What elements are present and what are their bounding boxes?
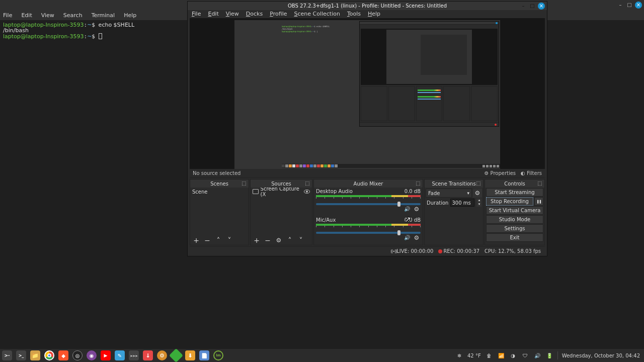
obs-preview-canvas[interactable]: laptop@laptop-Inspiron-3593:~$ echo $SHE… <box>234 20 500 169</box>
scene-add-button[interactable] <box>192 236 200 244</box>
start-streaming-button[interactable]: Start Streaming <box>486 188 543 197</box>
spin-down[interactable]: ▾ <box>476 203 481 207</box>
transitions-popout-button[interactable]: ⬚ <box>476 180 482 187</box>
taskbar-downloader[interactable] <box>184 350 197 361</box>
source-item[interactable]: Screen Capture (X <box>251 188 312 196</box>
transition-select[interactable]: Fade▾ <box>426 189 472 198</box>
audio-popout-button[interactable]: ⬚ <box>416 180 422 187</box>
taskbar-steam[interactable] <box>71 350 84 361</box>
volume-icon[interactable] <box>404 234 411 241</box>
pause-recording-button[interactable] <box>534 197 543 206</box>
chevron-down-icon: ▾ <box>467 191 469 196</box>
taskbar-document[interactable] <box>198 350 211 361</box>
source-remove-button[interactable] <box>264 236 272 244</box>
taskbar-system-settings[interactable] <box>155 350 169 361</box>
taskbar-pencil[interactable] <box>170 350 183 361</box>
taskbar-todoist[interactable] <box>141 350 154 361</box>
audio-track-desktop: Desktop Audio0.0 dB <box>314 188 423 216</box>
audio-meter <box>316 195 421 197</box>
taskbar-files[interactable] <box>29 350 42 361</box>
tray-obs-icon[interactable]: ◑ <box>509 351 517 359</box>
taskbar-brave[interactable] <box>57 350 70 361</box>
slider-knob[interactable] <box>397 202 400 207</box>
outer-close-button[interactable] <box>635 2 642 9</box>
obs-maximize-button[interactable] <box>529 3 536 10</box>
terminal-menu-search[interactable]: Search <box>63 12 83 19</box>
obs-menu-file[interactable]: File <box>192 11 201 17</box>
taskbar-youtube[interactable] <box>99 350 112 361</box>
taskbar-datetime[interactable]: Wednesday, October 30, 04:42 <box>562 353 640 358</box>
obs-menu-scene-collection[interactable]: Scene Collection <box>294 11 340 17</box>
outer-minimize-button[interactable] <box>617 2 624 9</box>
outer-maximize-button[interactable] <box>626 2 633 9</box>
source-movedown-button[interactable] <box>297 236 305 244</box>
tray-shield-icon[interactable]: 🛡 <box>521 351 529 359</box>
obs-menu-docks[interactable]: Docks <box>246 11 263 17</box>
obs-menu-profile[interactable]: Profile <box>270 11 287 17</box>
terminal-menu-help[interactable]: Help <box>124 12 136 19</box>
transitions-panel: Scene Transitions⬚ Fade▾ Duration ▴ ▾ <box>424 179 484 245</box>
scenes-panel: Scenes⬚ Scene <box>190 179 249 245</box>
tray-volume-icon[interactable]: 🔊 <box>533 351 541 359</box>
transition-duration-label: Duration <box>427 200 448 206</box>
settings-button[interactable]: Settings <box>486 224 543 233</box>
exit-button[interactable]: Exit <box>486 233 543 242</box>
controls-popout-button[interactable]: ⬚ <box>537 180 543 187</box>
transition-duration-input[interactable] <box>450 199 474 207</box>
start-virtual-camera-button[interactable]: Start Virtual Camera <box>486 206 543 215</box>
taskbar-text-editor[interactable] <box>113 350 126 361</box>
obs-menu-view[interactable]: View <box>226 11 239 17</box>
obs-status-bar: LIVE: 00:00:00 REC: 00:00:37 CPU: 12.7%,… <box>190 246 545 255</box>
scene-moveup-button[interactable] <box>214 236 222 244</box>
volume-icon[interactable] <box>404 205 411 212</box>
terminal-menu-view[interactable]: View <box>41 12 54 19</box>
sources-popout-button[interactable]: ⬚ <box>305 180 311 187</box>
controls-title: Controls <box>504 181 525 187</box>
taskbar-chrome[interactable] <box>43 350 56 361</box>
obs-menu-help[interactable]: Help <box>368 11 380 17</box>
terminal-menu-terminal[interactable]: Terminal <box>92 12 115 19</box>
obs-menu-tools[interactable]: Tools <box>347 11 361 17</box>
audio-volume-slider[interactable] <box>316 203 421 205</box>
scene-item[interactable]: Scene <box>190 188 249 196</box>
obs-window: OBS 27.2.3+dfsg1-1 (linux) - Profile: Un… <box>187 1 547 256</box>
taskbar-terminal[interactable] <box>15 350 28 361</box>
status-live: LIVE: 00:00:00 <box>390 248 433 254</box>
transition-duration-spinner[interactable]: ▴ ▾ <box>476 199 481 207</box>
scene-remove-button[interactable] <box>203 236 211 244</box>
weather-text[interactable]: 42 °F <box>467 353 481 358</box>
source-properties-button[interactable]: ⚙ Properties <box>484 170 516 176</box>
scene-movedown-button[interactable] <box>225 236 233 244</box>
source-properties-button[interactable] <box>275 236 283 244</box>
taskbar-mint-menu[interactable] <box>212 350 225 361</box>
audio-settings-button[interactable] <box>413 234 421 242</box>
scenes-popout-button[interactable]: ⬚ <box>242 180 248 187</box>
tray-battery-icon[interactable]: 🔋 <box>545 351 553 359</box>
terminal-menu-edit[interactable]: Edit <box>21 12 32 19</box>
obs-menu-edit[interactable]: Edit <box>208 11 218 17</box>
obs-close-button[interactable] <box>538 3 545 10</box>
obs-preview-area[interactable]: laptop@laptop-Inspiron-3593:~$ echo $SHE… <box>190 18 545 169</box>
source-filters-button[interactable]: ◐ Filters <box>521 170 542 176</box>
studio-mode-button[interactable]: Studio Mode <box>486 215 543 224</box>
source-moveup-button[interactable] <box>286 236 294 244</box>
tray-network-icon[interactable]: 📶 <box>497 351 505 359</box>
taskbar-multicommand[interactable] <box>127 350 140 361</box>
transition-settings-button[interactable] <box>473 189 482 198</box>
audio-settings-button[interactable] <box>413 205 421 213</box>
obs-panels: Scenes⬚ Scene Sources⬚ Screen Capture (X <box>190 179 545 245</box>
source-visibility-toggle[interactable] <box>304 190 310 194</box>
controls-panel: Controls⬚ Start Streaming Stop Recording… <box>485 179 545 245</box>
terminal-menu-file[interactable]: File <box>3 12 12 19</box>
system-taskbar: ❄ 42 °F 🗑 📶 ◑ 🛡 🔊 🔋 Wednesday, October 3… <box>0 349 644 362</box>
source-add-button[interactable] <box>253 236 261 244</box>
taskbar-start-menu[interactable] <box>1 350 14 361</box>
audio-volume-slider[interactable] <box>316 232 421 234</box>
slider-knob[interactable] <box>397 230 400 235</box>
weather-icon[interactable]: ❄ <box>455 351 463 359</box>
stop-recording-button[interactable]: Stop Recording <box>486 197 533 206</box>
obs-titlebar[interactable]: OBS 27.2.3+dfsg1-1 (linux) - Profile: Un… <box>188 2 547 10</box>
tray-trash-icon[interactable]: 🗑 <box>485 351 493 359</box>
taskbar-tor[interactable] <box>85 350 98 361</box>
obs-minimize-button[interactable] <box>520 3 527 10</box>
